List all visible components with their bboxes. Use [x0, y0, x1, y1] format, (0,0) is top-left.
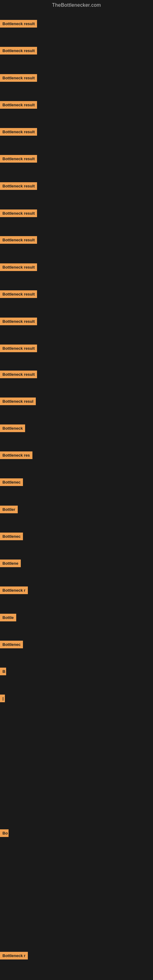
bottleneck-item[interactable]: B — [0, 668, 6, 676]
bottleneck-item[interactable]: Bottle — [0, 614, 16, 623]
bottleneck-item[interactable]: Bottleneck result — [0, 263, 37, 272]
bottleneck-label: Bottleneck r — [0, 587, 28, 594]
bottleneck-item[interactable]: Bottleneck — [0, 425, 25, 433]
bottleneck-label: Bottleneck result — [0, 236, 37, 244]
bottleneck-item[interactable]: Bo — [0, 829, 9, 838]
bottleneck-label: Bottlenec — [0, 533, 23, 540]
bottleneck-label: | — [0, 695, 5, 702]
bottleneck-item[interactable]: Bottlene — [0, 560, 21, 568]
bottleneck-label: Bottleneck resul — [0, 398, 36, 405]
bottleneck-label: Bottlenec — [0, 478, 23, 486]
bottleneck-item[interactable]: Bottleneck res — [0, 452, 32, 460]
bottleneck-label: Bottleneck result — [0, 290, 37, 298]
bottleneck-label: Bottleneck result — [0, 74, 37, 82]
bottleneck-label: Bottleneck result — [0, 101, 37, 109]
bottleneck-item[interactable]: Bottleneck result — [0, 101, 37, 110]
bottleneck-item[interactable]: Bottlenec — [0, 641, 23, 649]
bottleneck-label: Bottleneck result — [0, 47, 37, 54]
bottleneck-label: Bottleneck — [0, 425, 25, 432]
bottleneck-item[interactable]: Bottleneck result — [0, 371, 37, 379]
bottleneck-label: Bottleneck result — [0, 155, 37, 162]
bottleneck-label: Bottlenec — [0, 641, 23, 648]
bottleneck-item[interactable]: Bottleneck result — [0, 210, 37, 218]
bottleneck-item[interactable]: Bottlenec — [0, 533, 23, 541]
bottleneck-item[interactable]: Bottlenec — [0, 478, 23, 487]
bottleneck-item[interactable]: Bottleneck result — [0, 318, 37, 326]
bottleneck-item[interactable]: Bottleneck result — [0, 74, 37, 83]
bottleneck-item[interactable]: Bottleneck result — [0, 345, 37, 353]
bottleneck-item[interactable]: Bottleneck result — [0, 236, 37, 245]
bottleneck-label: Bottleneck result — [0, 128, 37, 136]
bottleneck-item[interactable]: Bottleneck result — [0, 47, 37, 56]
bottleneck-label: Bottlene — [0, 560, 21, 567]
bottleneck-label: Bottleneck res — [0, 452, 32, 459]
bottleneck-item[interactable]: Bottleneck result — [0, 290, 37, 299]
bottleneck-item[interactable]: Bottleneck result — [0, 182, 37, 191]
bottleneck-item[interactable]: | — [0, 695, 5, 703]
bottleneck-label: Bottleneck r — [0, 952, 28, 959]
bottleneck-item[interactable]: Bottleneck result — [0, 128, 37, 137]
bottleneck-item[interactable]: Bottleneck resul — [0, 398, 36, 406]
bottleneck-item[interactable]: Bottleneck r — [0, 587, 28, 595]
bottleneck-label: Bottleneck result — [0, 210, 37, 217]
bottleneck-label: Bo — [0, 829, 9, 837]
bottleneck-label: Bottleneck result — [0, 371, 37, 378]
bottleneck-item[interactable]: Bottleneck result — [0, 20, 37, 29]
bottleneck-label: Bottle — [0, 614, 16, 621]
site-title: TheBottlenecker.com — [0, 0, 153, 12]
bottleneck-item[interactable]: Bottler — [0, 506, 18, 514]
bottleneck-item[interactable]: Bottleneck result — [0, 155, 37, 164]
bottleneck-label: Bottleneck result — [0, 318, 37, 325]
bottleneck-label: Bottler — [0, 506, 18, 513]
bottleneck-label: B — [0, 668, 6, 675]
bottleneck-label: Bottleneck result — [0, 345, 37, 352]
bottleneck-label: Bottleneck result — [0, 20, 37, 27]
bottleneck-item[interactable]: Bottleneck r — [0, 952, 28, 961]
bottleneck-label: Bottleneck result — [0, 182, 37, 190]
bottleneck-label: Bottleneck result — [0, 263, 37, 271]
